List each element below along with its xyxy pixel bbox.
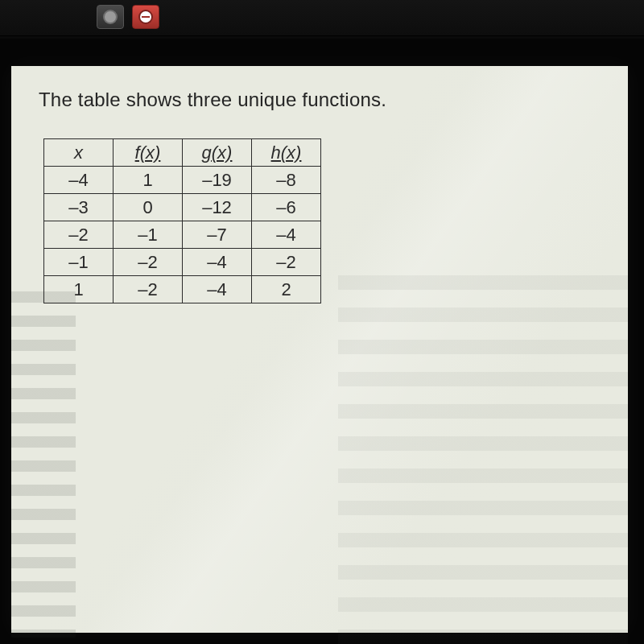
table-row: 1–2–42	[44, 276, 321, 303]
photo-reflection-right	[338, 275, 628, 644]
table-cell: –8	[252, 167, 321, 194]
settings-button[interactable]	[97, 5, 124, 29]
col-x: x	[44, 139, 114, 167]
table-cell: –4	[183, 276, 252, 303]
table-header-row: x f(x) g(x) h(x)	[44, 139, 321, 167]
document-page: The table shows three unique functions. …	[11, 66, 628, 633]
table-cell: 0	[114, 194, 183, 221]
table-body: –41–19–8–30–12–6–2–1–7–4–1–2–4–21–2–42	[44, 167, 321, 303]
table-row: –30–12–6	[44, 194, 321, 221]
table-cell: –1	[44, 249, 114, 276]
table-cell: 1	[44, 276, 114, 303]
function-table: x f(x) g(x) h(x) –41–19–8–30–12–6–2–1–7–…	[43, 138, 321, 303]
table-row: –1–2–4–2	[44, 249, 321, 276]
table-cell: –3	[44, 194, 114, 221]
window-toolbar	[0, 0, 644, 36]
table-cell: –6	[252, 194, 321, 221]
table-row: –41–19–8	[44, 167, 321, 194]
col-hx: h(x)	[252, 139, 321, 167]
photo-reflection-left	[11, 291, 76, 638]
table-cell: –4	[252, 221, 321, 249]
col-fx: f(x)	[114, 139, 183, 167]
table-cell: –19	[183, 167, 252, 194]
table-cell: –12	[183, 194, 252, 221]
page-title: The table shows three unique functions.	[39, 89, 601, 111]
screen-area: The table shows three unique functions. …	[0, 39, 644, 644]
table-cell: 1	[114, 167, 183, 194]
table-row: –2–1–7–4	[44, 221, 321, 249]
table-cell: –4	[183, 249, 252, 276]
table-cell: 2	[252, 276, 321, 303]
table-cell: –1	[114, 221, 183, 249]
gear-icon	[105, 11, 116, 23]
table-cell: –2	[44, 221, 114, 249]
col-gx: g(x)	[183, 139, 252, 167]
table-cell: –2	[252, 249, 321, 276]
table-cell: –7	[183, 221, 252, 249]
close-button[interactable]	[132, 5, 159, 29]
table-cell: –2	[114, 249, 183, 276]
table-cell: –4	[44, 167, 114, 194]
close-icon	[140, 11, 151, 23]
table-cell: –2	[114, 276, 183, 303]
